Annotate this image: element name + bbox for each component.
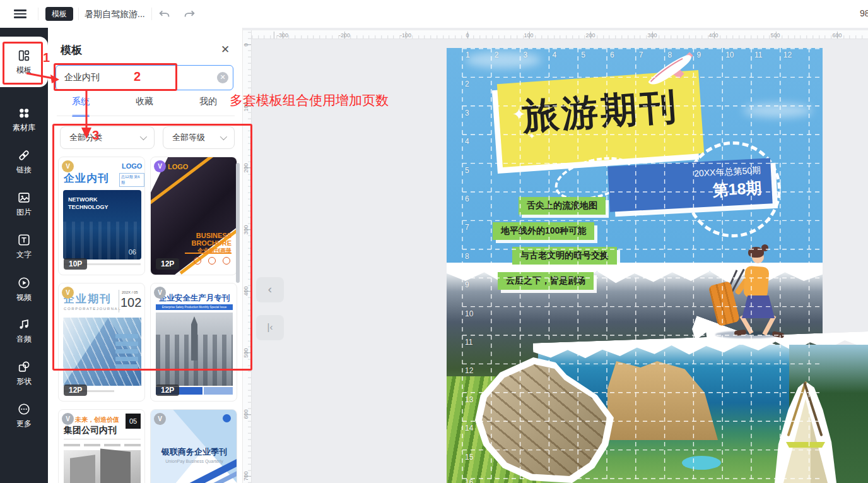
audio-icon bbox=[17, 318, 31, 331]
design-tag[interactable]: 云层之下，皆是剧场 bbox=[498, 272, 594, 290]
suitcase bbox=[708, 281, 741, 327]
redo-icon[interactable] bbox=[182, 7, 196, 21]
ruler-label: -300 bbox=[277, 32, 288, 39]
sidebar-item-assets[interactable]: 素材库 bbox=[0, 98, 48, 141]
design-tag[interactable]: 与古老文明的暗号交换 bbox=[512, 247, 617, 265]
sidebar-item-label: 音频 bbox=[16, 334, 32, 345]
topbar-divider bbox=[78, 8, 79, 20]
sidebar-item-more[interactable]: 更多 bbox=[0, 395, 48, 437]
template-card[interactable]: V 银联商务企业季刊 UnionPay Business Quarterly bbox=[150, 409, 237, 483]
design-tag[interactable]: 舌尖上的流浪地图 bbox=[519, 197, 606, 215]
ruler-label: 600 bbox=[243, 406, 249, 422]
annotation-box-step2 bbox=[54, 63, 177, 91]
cliff-decor bbox=[607, 361, 718, 440]
card-divider bbox=[64, 439, 141, 439]
assets-icon bbox=[17, 106, 31, 120]
undo-icon[interactable] bbox=[158, 7, 172, 21]
close-icon[interactable]: ✕ bbox=[221, 43, 230, 56]
ruler-label: 200 bbox=[585, 32, 595, 39]
card-subtitle: UnionPay Business Quarterly bbox=[156, 459, 233, 463]
annotation-number-1: 1 bbox=[43, 51, 50, 65]
shoe bbox=[771, 331, 784, 338]
text-icon bbox=[17, 233, 31, 247]
teepee-cone bbox=[781, 399, 830, 483]
zoom-indicator[interactable]: 98 bbox=[860, 8, 868, 18]
annotation-note: 多套模板组合使用增加页数 bbox=[230, 92, 389, 109]
hair-bun bbox=[761, 244, 768, 251]
topbar-divider bbox=[38, 8, 38, 20]
ruler-label: 700 bbox=[243, 468, 249, 483]
sidebar-item-link[interactable]: 链接 bbox=[0, 141, 48, 183]
design-tag[interactable]: 地平线外的100种可能 bbox=[493, 222, 594, 240]
link-icon bbox=[17, 148, 31, 162]
card-text-placeholder bbox=[64, 444, 80, 446]
more-icon bbox=[17, 402, 31, 416]
card-page-number: 05 bbox=[126, 414, 141, 429]
sidebar-item-label: 视频 bbox=[16, 292, 32, 303]
traveler-illustration[interactable] bbox=[712, 244, 786, 340]
ruler-label: 0 bbox=[466, 32, 469, 39]
card-text-placeholder bbox=[84, 444, 100, 446]
cloud-decor bbox=[743, 104, 812, 117]
horizontal-ruler: -300 -200 -100 0 100 200 300 400 500 600 bbox=[243, 30, 868, 39]
card-title: 银联商务企业季刊 bbox=[156, 446, 233, 458]
ruler-label: 0 bbox=[243, 37, 249, 53]
tab-favorites[interactable]: 收藏 bbox=[124, 96, 165, 116]
teepee-band bbox=[786, 442, 825, 448]
sidebar-item-video[interactable]: 视频 bbox=[0, 268, 48, 311]
ruler-label: 400 bbox=[708, 32, 718, 39]
card-text-placeholder bbox=[124, 444, 141, 446]
sidebar-item-label: 形状 bbox=[16, 376, 32, 387]
collapse-all-button[interactable]: |‹ bbox=[256, 315, 284, 340]
topbar-divider bbox=[151, 8, 152, 20]
annotation-box-results bbox=[52, 124, 252, 371]
tab-mine[interactable]: 我的 bbox=[188, 96, 228, 116]
sparkle-icon: ✦ bbox=[529, 131, 536, 141]
card-photo bbox=[64, 450, 141, 483]
cloud-decor bbox=[466, 52, 541, 68]
torso bbox=[743, 266, 769, 299]
sidebar-item-audio[interactable]: 音频 bbox=[0, 310, 48, 352]
ruler-label: 100 bbox=[524, 32, 533, 39]
vip-badge: V bbox=[62, 413, 74, 425]
card-title: 集团公司内刊 bbox=[64, 425, 117, 436]
hamburger-menu-icon[interactable] bbox=[14, 9, 26, 18]
annotation-number-2: 2 bbox=[134, 69, 141, 84]
clear-circle-icon[interactable]: ✕ bbox=[217, 72, 228, 83]
sparkle-icon: ✦ bbox=[512, 105, 526, 124]
page-count-badge: 12P bbox=[156, 385, 179, 396]
ruler-label: 300 bbox=[647, 32, 657, 39]
card-footer-block bbox=[204, 387, 233, 395]
video-icon bbox=[17, 276, 31, 290]
shape-icon bbox=[17, 360, 31, 374]
airplane-illustration[interactable] bbox=[642, 49, 698, 92]
sidebar: 模板 素材库 链接 图片 文字 视频 音频 形状 更多 bbox=[0, 28, 48, 483]
sidebar-item-label: 素材库 bbox=[13, 122, 35, 133]
topbar: 模板 暑期自驾旅游... 98 bbox=[0, 0, 868, 28]
issue-banner[interactable]: 20XX年总第50期 第18期 bbox=[607, 158, 772, 212]
pool-decor bbox=[682, 456, 721, 470]
sidebar-item-shape[interactable]: 形状 bbox=[0, 352, 48, 395]
vip-badge: V bbox=[154, 413, 166, 425]
sidebar-item-label: 文字 bbox=[16, 249, 32, 260]
card-accent-text: 未来，创造价值 bbox=[75, 415, 119, 424]
ruler-label: -200 bbox=[339, 32, 350, 39]
sidebar-item-label: 链接 bbox=[16, 165, 32, 176]
card-text-placeholder bbox=[104, 444, 120, 446]
ruler-label: 600 bbox=[832, 32, 842, 39]
collapse-panel-button[interactable]: ‹ bbox=[256, 277, 284, 302]
panel-title: 模板 bbox=[61, 43, 82, 57]
document-title[interactable]: 暑期自驾旅游... bbox=[85, 9, 145, 20]
sidebar-item-label: 更多 bbox=[16, 419, 32, 429]
page-count-badge: 12P bbox=[64, 385, 87, 396]
image-icon bbox=[17, 191, 31, 205]
template-card[interactable]: V 未来，创造价值 05 集团公司内刊 bbox=[58, 409, 145, 483]
template-chip[interactable]: 模板 bbox=[45, 7, 73, 21]
ruler-label: 500 bbox=[770, 32, 780, 39]
sidebar-item-image[interactable]: 图片 bbox=[0, 183, 48, 225]
sidebar-item-label: 图片 bbox=[16, 207, 32, 218]
design-page[interactable]: 旅游期刊 ✦ ✦ ✦ ✦ 20XX年总第50期 第18期 舌尖上的流浪地图 地平… bbox=[447, 48, 823, 483]
sidebar-item-text[interactable]: 文字 bbox=[0, 225, 48, 268]
ruler-label: -100 bbox=[400, 32, 411, 39]
skirt bbox=[742, 295, 775, 318]
